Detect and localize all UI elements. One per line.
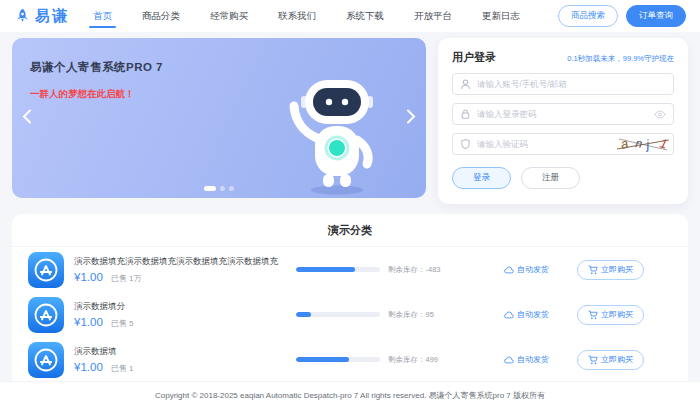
banner-title: 易谦个人寄售系统PRO 7 — [30, 60, 426, 75]
nav-item-label: 商品分类 — [142, 10, 180, 21]
auto-delivery-badge: 自动发货 — [504, 354, 549, 365]
header-actions: 商品搜索 订单查询 — [558, 5, 686, 27]
buy-now-label: 立即购买 — [601, 264, 633, 275]
stock-progress-bar — [296, 357, 380, 362]
product-title: 演示数据填分 — [74, 301, 296, 313]
auto-delivery-badge: 自动发货 — [504, 264, 549, 275]
product-sold-count: 已售 1万 — [111, 273, 142, 284]
appstore-product-icon — [28, 342, 64, 378]
auto-delivery-badge: 自动发货 — [504, 309, 549, 320]
cloud-icon — [504, 266, 514, 274]
nav-item-label: 系统下载 — [346, 10, 384, 21]
product-title: 演示数据填充演示数据填充演示数据填充演示数据填充 — [74, 256, 296, 268]
nav-item-5[interactable]: 开放平台 — [414, 0, 452, 32]
carousel-banner: 易谦个人寄售系统PRO 7 一群人的梦想在此启航！ — [12, 38, 426, 198]
product-title: 演示数据填 — [74, 346, 296, 358]
cloud-icon — [504, 311, 514, 319]
product-price: ¥1.00 — [74, 316, 103, 328]
brand-name: 易谦 — [35, 7, 69, 26]
nav-item-label: 经常购买 — [210, 10, 248, 21]
main-nav: 首页商品分类经常购买联系我们系统下载开放平台更新日志 — [93, 0, 520, 32]
account-field — [452, 73, 674, 95]
cart-icon — [588, 355, 598, 365]
stock-label: 剩余库存：499 — [388, 355, 438, 365]
product-search-button[interactable]: 商品搜索 — [558, 5, 618, 27]
products-section: 演示分类 演示数据填充演示数据填充演示数据填充演示数据填充 ¥1.00 已售 1… — [12, 214, 688, 409]
carousel-dots — [204, 186, 234, 191]
buy-now-label: 立即购买 — [601, 309, 633, 320]
nav-item-0[interactable]: 首页 — [93, 0, 112, 32]
carousel-dot[interactable] — [229, 186, 234, 191]
carousel-dot-active[interactable] — [204, 186, 216, 191]
rocket-logo-icon — [14, 7, 31, 26]
stock-progress: 剩余库存：499 — [296, 355, 464, 365]
captcha-field: a n j 1 — [452, 133, 674, 155]
buy-now-button[interactable]: 立即购买 — [577, 260, 644, 280]
cart-icon — [588, 265, 598, 275]
shield-icon — [460, 138, 471, 150]
appstore-product-icon — [28, 252, 64, 288]
stock-label: 剩余库存：-483 — [388, 265, 441, 275]
nav-item-6[interactable]: 更新日志 — [482, 0, 520, 32]
account-input[interactable] — [477, 79, 666, 89]
stock-label: 剩余库存：95 — [388, 310, 434, 320]
order-query-button[interactable]: 订单查询 — [626, 5, 686, 27]
user-icon — [460, 78, 471, 90]
top-navbar: 易谦 首页商品分类经常购买联系我们系统下载开放平台更新日志 商品搜索 订单查询 — [0, 0, 700, 32]
captcha-image[interactable]: a n j 1 — [614, 134, 672, 154]
eye-icon — [654, 110, 666, 119]
password-input[interactable] — [477, 109, 648, 119]
brand[interactable]: 易谦 — [14, 7, 69, 26]
nav-item-label: 首页 — [93, 10, 112, 21]
product-row[interactable]: 演示数据填分 ¥1.00 已售 5 剩余库存：95 自动发货 立即购买 — [12, 292, 688, 337]
lock-icon — [460, 108, 471, 120]
nav-item-label: 联系我们 — [278, 10, 316, 21]
section-title: 演示分类 — [12, 214, 688, 247]
carousel-next-button[interactable] — [404, 107, 418, 130]
appstore-product-icon — [28, 297, 64, 333]
product-sold-count: 已售 1 — [111, 363, 134, 374]
buy-now-label: 立即购买 — [601, 354, 633, 365]
nav-item-3[interactable]: 联系我们 — [278, 0, 316, 32]
chevron-right-icon — [406, 109, 416, 125]
stock-progress: 剩余库存：-483 — [296, 265, 464, 275]
stock-progress-bar — [296, 267, 380, 272]
nav-item-label: 开放平台 — [414, 10, 452, 21]
nav-item-label: 更新日志 — [482, 10, 520, 21]
login-title: 用户登录 — [452, 50, 496, 65]
product-price: ¥1.00 — [74, 271, 103, 283]
robot-illustration — [277, 76, 392, 196]
product-row[interactable]: 演示数据填充演示数据填充演示数据填充演示数据填充 ¥1.00 已售 1万 剩余库… — [12, 247, 688, 292]
password-field — [452, 103, 674, 125]
main-content: 易谦个人寄售系统PRO 7 一群人的梦想在此启航！ — [0, 32, 700, 409]
product-sold-count: 已售 5 — [111, 318, 134, 329]
cart-icon — [588, 310, 598, 320]
nav-item-2[interactable]: 经常购买 — [210, 0, 248, 32]
nav-item-4[interactable]: 系统下载 — [346, 0, 384, 32]
stock-progress: 剩余库存：95 — [296, 310, 464, 320]
cloud-icon — [504, 356, 514, 364]
product-row[interactable]: 演示数据填 ¥1.00 已售 1 剩余库存：499 自动发货 立即购买 — [12, 337, 688, 382]
auto-delivery-label: 自动发货 — [517, 354, 549, 365]
nav-item-1[interactable]: 商品分类 — [142, 0, 180, 32]
product-price: ¥1.00 — [74, 361, 103, 373]
stock-progress-bar — [296, 312, 380, 317]
register-button[interactable]: 注册 — [521, 167, 580, 189]
toggle-password-visibility-button[interactable] — [654, 110, 666, 119]
carousel-dot[interactable] — [220, 186, 225, 191]
login-slogan: 0.1秒加载未来，99.9%守护现在 — [567, 54, 674, 64]
auto-delivery-label: 自动发货 — [517, 309, 549, 320]
buy-now-button[interactable]: 立即购买 — [577, 305, 644, 325]
auto-delivery-label: 自动发货 — [517, 264, 549, 275]
buy-now-button[interactable]: 立即购买 — [577, 350, 644, 370]
footer: Copyright © 2018-2025 eaqian Automatic D… — [0, 381, 700, 409]
login-button[interactable]: 登录 — [452, 167, 511, 189]
login-card: 用户登录 0.1秒加载未来，99.9%守护现在 a — [438, 38, 688, 204]
carousel-prev-button[interactable] — [20, 107, 34, 130]
copyright-text: Copyright © 2018-2025 eaqian Automatic D… — [155, 390, 545, 401]
chevron-left-icon — [22, 109, 32, 125]
